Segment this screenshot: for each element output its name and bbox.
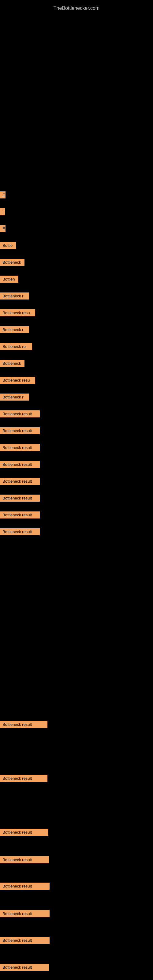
bottleneck-result-item: Bottleneck result xyxy=(0,427,40,434)
bottleneck-result-item: Bottleneck result xyxy=(0,528,40,535)
bottleneck-result-item: Bottleneck result xyxy=(0,856,49,863)
bottleneck-result-item: Bottleneck result xyxy=(0,444,40,451)
bottleneck-result-item: Bottleneck result xyxy=(0,511,40,519)
bottleneck-result-item: Bottlen xyxy=(0,275,18,283)
bottleneck-result-item: Bottleneck result xyxy=(0,461,40,468)
bottleneck-result-item: Bottleneck result xyxy=(0,721,48,728)
bottleneck-result-item: | xyxy=(0,208,5,215)
bottleneck-result-item: Bottleneck resu xyxy=(0,309,35,317)
bottleneck-result-item: Bottleneck r xyxy=(0,326,29,333)
bottleneck-result-item: Bottleneck result xyxy=(0,937,49,944)
bottleneck-result-item: Bottle xyxy=(0,242,16,249)
bottleneck-result-item: Bottleneck result xyxy=(0,495,40,502)
bottleneck-result-item: Bottleneck result xyxy=(0,478,40,485)
bottleneck-result-item: Bottleneck xyxy=(0,360,24,367)
site-title: TheBottlenecker.com xyxy=(0,2,153,14)
bottleneck-result-item: Bottleneck r xyxy=(0,293,29,299)
bottleneck-result-item: Bottleneck result xyxy=(0,910,49,917)
bottleneck-result-item: Bottleneck result xyxy=(0,883,49,890)
bottleneck-result-item: Bottleneck resu xyxy=(0,377,35,384)
bottleneck-result-item: Bottleneck result xyxy=(0,829,48,836)
bottleneck-result-item: Bottleneck re xyxy=(0,343,32,350)
bottleneck-result-item: E xyxy=(0,225,5,232)
bottleneck-result-item: Bottleneck r xyxy=(0,393,29,401)
bottleneck-result-item: Bottleneck result xyxy=(0,410,40,417)
bottleneck-result-item: Bottleneck result xyxy=(0,964,49,971)
bottleneck-result-item: Bottleneck result xyxy=(0,775,48,782)
bottleneck-result-item: E xyxy=(0,191,5,199)
bottleneck-result-item: Bottleneck xyxy=(0,259,24,266)
